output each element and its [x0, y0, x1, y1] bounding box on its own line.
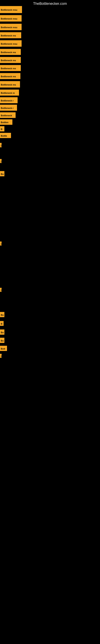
bar-item: B: [0, 126, 5, 132]
bar-item: Bottleneck res: [0, 81, 21, 88]
bar-item: Bottleneck resu: [0, 6, 23, 13]
bar-label: Bottleneck res: [0, 65, 21, 71]
bar-label: B: [0, 321, 3, 326]
bar-label: |: [0, 354, 1, 358]
bar-label: Bottleneck res: [0, 73, 20, 79]
bar-label: Bottleneck res: [0, 32, 21, 38]
bar-label: Bo: [0, 171, 4, 176]
bar-item: Bo: [0, 171, 5, 176]
bar-label: |: [0, 242, 1, 246]
bar-item: Bottleneck res: [0, 73, 21, 79]
bar-item: Bottleneck res: [0, 32, 22, 38]
bar-label: Bottleneck res: [0, 57, 21, 63]
bar-item: |: [0, 242, 2, 246]
bar-label: Bottleneck: [0, 112, 16, 118]
bar-item: Bottleneck re: [0, 90, 20, 96]
bar-item: Bottlen: [0, 119, 13, 125]
bar-item: Bo: [0, 312, 5, 317]
bar-item: Bottleneck r: [0, 97, 19, 103]
bar-item: |: [0, 288, 2, 292]
bar-label: Bo: [0, 330, 4, 335]
bar-item: Bo: [0, 338, 5, 343]
bar-label: Bottlen: [0, 119, 12, 125]
bar-item: B: [0, 321, 4, 326]
bar-item: Bottleneck res: [0, 65, 22, 71]
bar-label: Bottleneck resu: [0, 15, 22, 22]
bar-item: Bottleneck resu: [0, 24, 23, 30]
bar-label: Bottleneck res: [0, 49, 21, 55]
bar-item: |: [0, 143, 2, 147]
bar-label: Bottleneck r: [0, 97, 18, 103]
bar-item: Bottleneck res: [0, 57, 22, 63]
bar-item: Bottleneck res: [0, 49, 22, 55]
bar-label: B: [0, 126, 4, 132]
bar-label: Bottleneck res: [0, 81, 20, 88]
bar-label: Bottleneck re: [0, 90, 19, 96]
bar-label: Bo: [0, 312, 4, 317]
bar-item: |: [0, 354, 2, 358]
bar-label: Bo: [0, 338, 4, 343]
bar-item: Bottleneck r: [0, 105, 18, 111]
bar-label: Bottleneck resu: [0, 40, 22, 47]
bar-item: Bottle: [0, 133, 12, 138]
bar-label: |: [0, 288, 1, 292]
bar-label: Bottleneck r: [0, 105, 17, 111]
bar-label: Bott: [0, 346, 7, 351]
bar-label: |: [0, 159, 1, 163]
bar-item: Bottleneck resu: [0, 15, 23, 22]
bar-label: Bottleneck resu: [0, 24, 22, 30]
bar-item: Bo: [0, 330, 5, 335]
bar-item: Bott: [0, 346, 8, 351]
bar-item: Bottleneck: [0, 112, 17, 118]
bar-label: |: [0, 143, 1, 147]
bar-item: Bottleneck resu: [0, 40, 23, 47]
bar-item: |: [0, 159, 2, 163]
bar-label: Bottle: [0, 133, 11, 138]
bar-label: Bottleneck resu: [0, 6, 22, 13]
